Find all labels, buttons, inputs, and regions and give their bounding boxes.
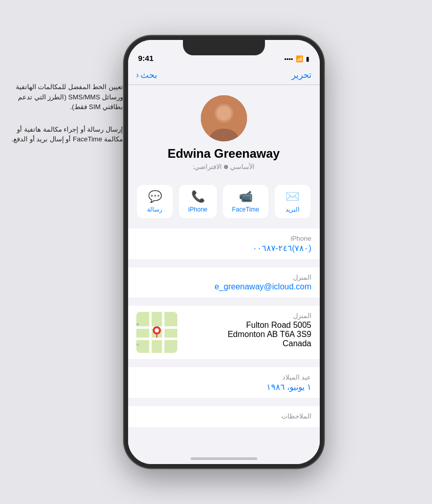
phone-value[interactable]: (٧٨٠)٢٤٦-٠٠٦٨٧ xyxy=(136,243,312,253)
notes-row[interactable]: الملاحظات xyxy=(128,406,320,427)
email-section: المنزل e_greenaway@icloud.com xyxy=(128,267,320,298)
facetime-icon: 📹 xyxy=(239,190,253,203)
map-svg: Ave NW 03 Ave NW xyxy=(136,312,177,353)
iphone-frame: 9:41 ▪▪▪▪ 📶 ▮ › بحث تحرير xyxy=(124,36,324,468)
signal-icon: ▪▪▪▪ xyxy=(284,55,293,62)
contact-header: Edwina Greenaway الأساسي الافتراضي: xyxy=(128,85,320,179)
battery-icon: ▮ xyxy=(306,55,310,62)
separator-1 xyxy=(128,224,320,228)
birthday-label: عيد الميلاد xyxy=(136,373,312,381)
address-line1: 5005 Fulton Road xyxy=(183,321,312,330)
birthday-row[interactable]: عيد الميلاد ١ يونيو، ١٩٨٦ xyxy=(128,367,320,398)
annotation-top-text: تعيين الخط المفضل للمكالمات الهاتفية ورس… xyxy=(5,82,123,112)
svg-point-3 xyxy=(217,106,231,120)
contact-name: Edwina Greenaway xyxy=(168,146,280,161)
svg-point-12 xyxy=(155,328,159,332)
address-line3: Canada xyxy=(183,339,312,348)
svg-rect-6 xyxy=(136,338,177,340)
email-row[interactable]: المنزل e_greenaway@icloud.com xyxy=(128,267,320,298)
phone-section: iPhone (٧٨٠)٢٤٦-٠٠٦٨٧ xyxy=(128,228,320,259)
default-dot xyxy=(224,165,228,169)
avatar xyxy=(201,95,247,141)
nav-back-label[interactable]: بحث xyxy=(140,70,157,80)
default-label: الأساسي xyxy=(230,163,255,171)
birthday-value[interactable]: ١ يونيو، ١٩٨٦ xyxy=(136,382,312,392)
separator-3 xyxy=(128,302,320,306)
home-bar xyxy=(191,457,257,460)
svg-text:03 Ave NW: 03 Ave NW xyxy=(136,343,139,346)
annotation-bottom-text: إرسال رسالة أو إجراء مكالمة هاتفية أو مك… xyxy=(5,124,123,144)
message-label: رسالة xyxy=(147,206,162,213)
annotation-area: تعيين الخط المفضل للمكالمات الهاتفية ورس… xyxy=(5,82,123,144)
address-line2: Edmonton AB T6A 3S9 xyxy=(183,330,312,339)
address-label: المنزل xyxy=(183,312,312,320)
svg-text:Ave NW: Ave NW xyxy=(136,323,139,326)
mail-icon: ✉️ xyxy=(285,190,299,203)
avatar-image xyxy=(201,95,247,141)
status-time: 9:41 xyxy=(138,54,154,62)
separator-2 xyxy=(128,263,320,267)
iphone-notch xyxy=(183,40,265,55)
chevron-right-icon: › xyxy=(136,70,139,80)
default-line: الأساسي الافتراضي: xyxy=(193,163,255,171)
default-sub-label: الافتراضي: xyxy=(193,163,222,171)
action-iphone-button[interactable]: 📞 iPhone xyxy=(179,185,216,218)
map-thumbnail[interactable]: Ave NW 03 Ave NW xyxy=(136,312,177,353)
action-mail-button[interactable]: ✉️ البريد xyxy=(275,185,311,218)
address-text: المنزل 5005 Fulton Road Edmonton AB T6A … xyxy=(183,312,312,348)
phone-row[interactable]: iPhone (٧٨٠)٢٤٦-٠٠٦٨٧ xyxy=(128,228,320,259)
email-value[interactable]: e_greenaway@icloud.com xyxy=(136,282,312,291)
nav-back-button[interactable]: › بحث xyxy=(136,70,158,80)
status-icons: ▪▪▪▪ 📶 ▮ xyxy=(284,55,309,62)
notes-label: الملاحظات xyxy=(136,412,312,420)
address-row[interactable]: المنزل 5005 Fulton Road Edmonton AB T6A … xyxy=(128,306,320,359)
email-label: المنزل xyxy=(136,274,312,281)
facetime-label: FaceTime xyxy=(232,206,259,213)
mail-label: البريد xyxy=(285,206,299,213)
nav-bar: › بحث تحرير xyxy=(128,66,320,85)
separator-5 xyxy=(128,402,320,406)
svg-rect-7 xyxy=(149,312,152,353)
action-facetime-button[interactable]: 📹 FaceTime xyxy=(223,185,269,218)
action-message-button[interactable]: 💬 رسالة xyxy=(137,185,173,218)
phone-label: iPhone xyxy=(136,235,312,242)
message-icon: 💬 xyxy=(148,190,162,203)
iphone-label: iPhone xyxy=(188,206,207,213)
screen[interactable]: › بحث تحرير Edwina Greenaway xyxy=(128,66,320,464)
svg-rect-8 xyxy=(162,312,164,353)
nav-edit-button[interactable]: تحرير xyxy=(292,70,312,80)
separator-4 xyxy=(128,363,320,367)
wifi-icon: 📶 xyxy=(296,55,303,62)
action-buttons: 💬 رسالة 📞 iPhone 📹 FaceTime ✉️ البريد xyxy=(128,179,320,224)
phone-icon: 📞 xyxy=(191,190,205,203)
